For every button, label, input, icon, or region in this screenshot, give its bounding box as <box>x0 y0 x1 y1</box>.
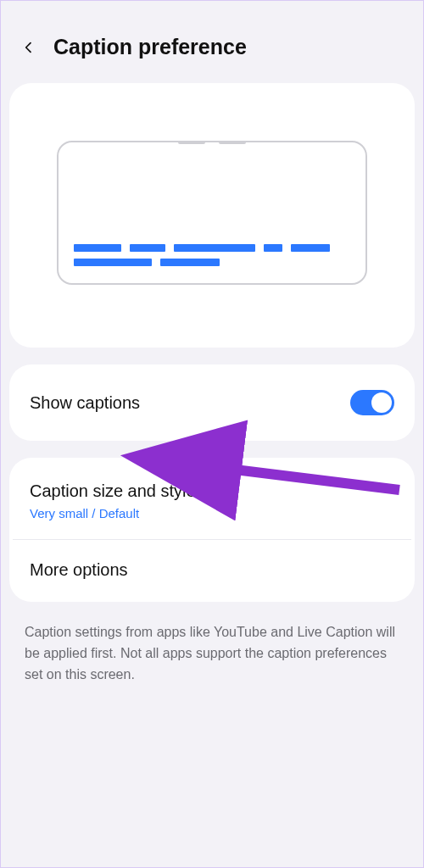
settings-list: Caption size and style Very small / Defa… <box>9 458 415 602</box>
show-captions-label: Show captions <box>30 393 140 413</box>
back-icon[interactable] <box>20 38 38 57</box>
caption-preview-card <box>9 83 415 348</box>
caption-line-2 <box>74 259 350 266</box>
caption-size-style-title: Caption size and style <box>30 481 394 501</box>
more-options-title: More options <box>30 560 394 580</box>
show-captions-toggle[interactable] <box>350 390 394 415</box>
device-frame-illustration <box>57 141 367 285</box>
header: Caption preference <box>9 9 415 83</box>
page-title: Caption preference <box>53 35 247 59</box>
caption-line-1 <box>74 244 350 252</box>
footnote-text: Caption settings from apps like YouTube … <box>9 619 415 685</box>
more-options-item[interactable]: More options <box>13 539 411 598</box>
caption-size-style-item[interactable]: Caption size and style Very small / Defa… <box>9 461 415 539</box>
caption-size-style-subtitle: Very small / Default <box>30 506 394 520</box>
show-captions-row[interactable]: Show captions <box>9 364 415 441</box>
